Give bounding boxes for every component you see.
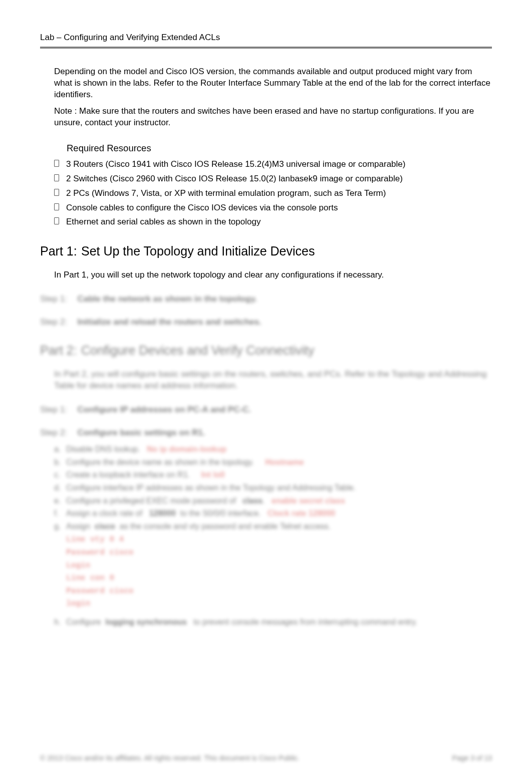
intro-para-2: Note : Make sure that the routers and sw… bbox=[54, 106, 492, 129]
page-header-title: Lab – Configuring and Verifying Extended… bbox=[40, 33, 492, 43]
part2-num: Part 2: bbox=[40, 343, 78, 358]
list-item: h.Configure logging synchronous to preve… bbox=[54, 616, 492, 629]
list-item: 3 Routers (Cisco 1941 with Cisco IOS Rel… bbox=[54, 159, 492, 170]
code-line: Login bbox=[66, 560, 492, 573]
step-label: Step 2: bbox=[40, 428, 75, 438]
part1-title: Set Up the Topology and Initialize Devic… bbox=[81, 244, 315, 258]
step-label: Step 1: bbox=[40, 294, 75, 304]
list-item: f.Assign a clock rate of 128000 to the S… bbox=[54, 507, 492, 520]
list-item: a.Disable DNS lookup. No ip domain-looku… bbox=[54, 443, 492, 456]
header-divider bbox=[40, 47, 492, 49]
part2-step2-list: a.Disable DNS lookup. No ip domain-looku… bbox=[54, 443, 492, 533]
list-item: g.Assign cisco as the console and vty pa… bbox=[54, 520, 492, 533]
part2-step1: Step 1: Configure IP addresses on PC-A a… bbox=[40, 405, 492, 415]
code-line: Password cisco bbox=[66, 585, 492, 598]
step-label: Step 2: bbox=[40, 317, 75, 327]
intro-para-1: Depending on the model and Cisco IOS ver… bbox=[54, 66, 492, 101]
code-line: login bbox=[66, 598, 492, 611]
page-footer: © 2013 Cisco and/or its affiliates. All … bbox=[40, 754, 492, 762]
list-item: 2 PCs (Windows 7, Vista, or XP with term… bbox=[54, 188, 492, 199]
step-text: Configure IP addresses on PC-A and PC-C. bbox=[77, 405, 251, 414]
required-resources-heading: Required Resources bbox=[67, 143, 492, 154]
list-item: Ethernet and serial cables as shown in t… bbox=[54, 216, 492, 228]
footer-copyright: © 2013 Cisco and/or its affiliates. All … bbox=[40, 754, 300, 762]
step-text: Initialize and reload the routers and sw… bbox=[77, 317, 261, 327]
code-line: Line con 0 bbox=[66, 572, 492, 585]
step-text: Cable the network as shown in the topolo… bbox=[77, 294, 257, 304]
step-text: Configure basic settings on R1. bbox=[77, 428, 205, 437]
part2-step2: Step 2: Configure basic settings on R1. bbox=[40, 428, 492, 438]
footer-page-num: Page 3 of 13 bbox=[452, 754, 492, 762]
list-item: c.Create a loopback interface on R1. Int… bbox=[54, 468, 492, 481]
list-item: b.Configure the device name as shown in … bbox=[54, 456, 492, 469]
code-line: Password cisco bbox=[66, 547, 492, 560]
step-label: Step 1: bbox=[40, 405, 75, 415]
list-item: e.Configure a privileged EXEC mode passw… bbox=[54, 494, 492, 507]
part1-num: Part 1: bbox=[40, 244, 78, 258]
part1-step1: Step 1: Cable the network as shown in th… bbox=[40, 294, 492, 304]
part1-heading: Part 1: Set Up the Topology and Initiali… bbox=[40, 244, 492, 258]
part2-title: Configure Devices and Verify Connectivit… bbox=[81, 343, 315, 357]
part2-step2-list-cont: h.Configure logging synchronous to preve… bbox=[54, 616, 492, 629]
list-item: d.Configure interface IP addresses as sh… bbox=[54, 481, 492, 494]
part2-heading: Part 2: Configure Devices and Verify Con… bbox=[40, 343, 492, 358]
list-item: 2 Switches (Cisco 2960 with Cisco IOS Re… bbox=[54, 173, 492, 185]
required-resources-list: 3 Routers (Cisco 1941 with Cisco IOS Rel… bbox=[54, 159, 492, 228]
part1-step2: Step 2: Initialize and reload the router… bbox=[40, 317, 492, 327]
part1-intro: In Part 1, you will set up the network t… bbox=[54, 270, 492, 281]
list-item: Console cables to configure the Cisco IO… bbox=[54, 202, 492, 214]
code-block: Line vty 0 4 Password cisco Login Line c… bbox=[66, 534, 492, 611]
code-line: Line vty 0 4 bbox=[66, 534, 492, 547]
part2-intro: In Part 2, you will configure basic sett… bbox=[54, 369, 492, 392]
